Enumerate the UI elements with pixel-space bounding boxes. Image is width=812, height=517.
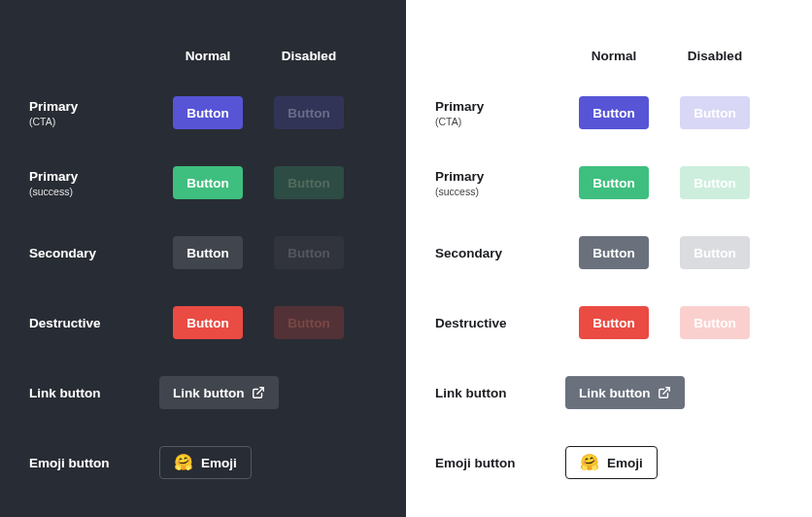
secondary-button-disabled: Button bbox=[274, 236, 343, 269]
column-header-normal: Normal bbox=[565, 49, 662, 63]
row-label-emoji: Emoji button bbox=[29, 456, 155, 470]
destructive-button[interactable]: Button bbox=[173, 306, 242, 339]
primary-cta-button-disabled: Button bbox=[680, 96, 749, 129]
primary-success-button-disabled: Button bbox=[680, 166, 749, 199]
panel-light: Normal Disabled Primary (CTA) Button But… bbox=[406, 0, 812, 517]
primary-success-button[interactable]: Button bbox=[173, 166, 242, 199]
link-button[interactable]: Link button bbox=[565, 376, 685, 409]
row-label-link: Link button bbox=[29, 386, 155, 400]
primary-success-button[interactable]: Button bbox=[579, 166, 648, 199]
primary-cta-button[interactable]: Button bbox=[173, 96, 242, 129]
primary-success-button-disabled: Button bbox=[274, 166, 343, 199]
hugging-face-emoji-icon: 🤗 bbox=[580, 455, 599, 470]
row-label-link: Link button bbox=[435, 386, 561, 400]
svg-line-0 bbox=[257, 388, 263, 394]
row-label-primary-cta: Primary (CTA) bbox=[29, 99, 155, 127]
link-button[interactable]: Link button bbox=[159, 376, 279, 409]
external-link-icon bbox=[658, 386, 671, 399]
row-label-destructive: Destructive bbox=[29, 316, 155, 330]
primary-cta-button-disabled: Button bbox=[274, 96, 343, 129]
row-label-secondary: Secondary bbox=[29, 246, 155, 260]
column-header-disabled: Disabled bbox=[666, 49, 763, 63]
row-label-primary-cta: Primary (CTA) bbox=[435, 99, 561, 127]
svg-line-1 bbox=[663, 388, 669, 394]
destructive-button-disabled: Button bbox=[680, 306, 749, 339]
hugging-face-emoji-icon: 🤗 bbox=[174, 455, 193, 470]
destructive-button-disabled: Button bbox=[274, 306, 343, 339]
panel-dark: Normal Disabled Primary (CTA) Button But… bbox=[0, 0, 406, 517]
row-label-secondary: Secondary bbox=[435, 246, 561, 260]
primary-cta-button[interactable]: Button bbox=[579, 96, 648, 129]
emoji-button[interactable]: 🤗 Emoji bbox=[159, 446, 252, 479]
row-label-primary-success: Primary (success) bbox=[29, 169, 155, 197]
row-label-destructive: Destructive bbox=[435, 316, 561, 330]
row-label-emoji: Emoji button bbox=[435, 456, 561, 470]
column-header-disabled: Disabled bbox=[260, 49, 357, 63]
secondary-button-disabled: Button bbox=[680, 236, 749, 269]
column-header-normal: Normal bbox=[159, 49, 256, 63]
row-label-primary-success: Primary (success) bbox=[435, 169, 561, 197]
emoji-button[interactable]: 🤗 Emoji bbox=[565, 446, 658, 479]
secondary-button[interactable]: Button bbox=[579, 236, 648, 269]
destructive-button[interactable]: Button bbox=[579, 306, 648, 339]
external-link-icon bbox=[252, 386, 265, 399]
secondary-button[interactable]: Button bbox=[173, 236, 242, 269]
